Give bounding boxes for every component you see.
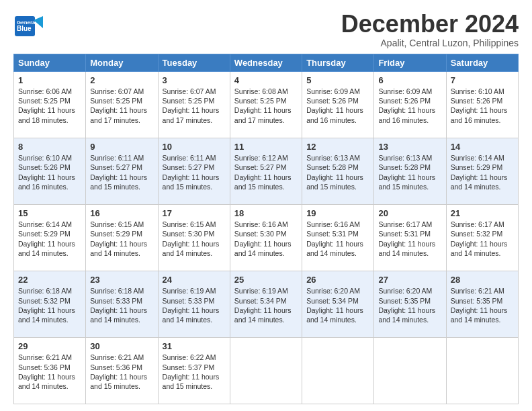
sunrise: Sunrise: 6:11 AM [90,154,144,162]
day-cell: 9Sunrise: 6:11 AMSunset: 5:27 PMDaylight… [86,138,158,204]
sunrise: Sunrise: 6:12 AM [234,154,288,162]
daylight: Daylight: 11 hours and 17 minutes. [163,106,220,124]
sunset: Sunset: 5:33 PM [163,297,215,305]
daylight: Daylight: 11 hours and 14 minutes. [451,306,508,324]
sunrise: Sunrise: 6:11 AM [163,154,216,162]
daylight: Daylight: 11 hours and 15 minutes. [90,373,147,390]
sunset: Sunset: 5:35 PM [378,297,431,305]
sunrise: Sunrise: 6:10 AM [451,87,504,95]
col-header-sunday: Sunday [14,54,86,71]
sunset: Sunset: 5:25 PM [18,97,71,105]
sunset: Sunset: 5:25 PM [234,97,287,105]
day-number: 1 [18,75,81,87]
day-number: 2 [90,75,153,87]
header: General Blue December 2024 Apalit, Centr… [13,11,519,48]
sunrise: Sunrise: 6:13 AM [306,154,360,162]
header-row: SundayMondayTuesdayWednesdayThursdayFrid… [14,54,519,71]
day-number: 5 [306,75,369,87]
sunset: Sunset: 5:32 PM [18,297,71,305]
day-number: 30 [90,340,153,353]
sunrise: Sunrise: 6:09 AM [378,87,432,95]
sunrise: Sunrise: 6:16 AM [234,220,288,228]
daylight: Daylight: 11 hours and 14 minutes. [451,173,508,191]
day-cell [446,337,518,404]
day-cell: 2Sunrise: 6:07 AMSunset: 5:25 PMDaylight… [86,71,158,138]
daylight: Daylight: 11 hours and 16 minutes. [18,173,75,191]
daylight: Daylight: 11 hours and 16 minutes. [306,106,363,124]
day-number: 9 [90,141,153,153]
month-title: December 2024 [341,11,519,38]
sunset: Sunset: 5:27 PM [90,163,142,171]
svg-text:Blue: Blue [17,25,32,32]
daylight: Daylight: 11 hours and 15 minutes. [163,173,220,191]
day-number: 25 [234,274,298,286]
day-cell: 24Sunrise: 6:19 AMSunset: 5:33 PMDayligh… [158,271,230,337]
sunset: Sunset: 5:33 PM [90,297,142,305]
logo: General Blue [13,11,60,44]
col-header-monday: Monday [86,54,158,71]
day-number: 19 [306,208,369,220]
week-row-1: 1Sunrise: 6:06 AMSunset: 5:25 PMDaylight… [14,71,519,138]
day-cell: 23Sunrise: 6:18 AMSunset: 5:33 PMDayligh… [86,271,158,337]
day-cell [230,337,302,404]
daylight: Daylight: 11 hours and 14 minutes. [18,373,75,390]
daylight: Daylight: 11 hours and 14 minutes. [163,306,220,324]
sunrise: Sunrise: 6:19 AM [163,287,216,295]
sunset: Sunset: 5:27 PM [234,163,287,171]
sunrise: Sunrise: 6:21 AM [451,287,504,295]
day-number: 8 [18,141,81,153]
sunset: Sunset: 5:28 PM [378,163,431,171]
day-cell: 8Sunrise: 6:10 AMSunset: 5:26 PMDaylight… [14,138,86,204]
sunset: Sunset: 5:32 PM [451,230,503,238]
daylight: Daylight: 11 hours and 14 minutes. [378,306,435,324]
daylight: Daylight: 11 hours and 15 minutes. [378,173,435,191]
sunrise: Sunrise: 6:21 AM [90,353,144,361]
title-area: December 2024 Apalit, Central Luzon, Phi… [341,11,519,48]
col-header-saturday: Saturday [446,54,518,71]
daylight: Daylight: 11 hours and 17 minutes. [90,106,147,124]
col-header-wednesday: Wednesday [230,54,302,71]
daylight: Daylight: 11 hours and 15 minutes. [163,373,220,390]
day-number: 4 [234,75,298,87]
day-number: 17 [163,208,226,220]
sunset: Sunset: 5:26 PM [451,97,503,105]
sunset: Sunset: 5:37 PM [163,363,215,371]
subtitle: Apalit, Central Luzon, Philippines [341,38,519,48]
daylight: Daylight: 11 hours and 16 minutes. [451,106,508,124]
day-cell: 21Sunrise: 6:17 AMSunset: 5:32 PMDayligh… [446,204,518,271]
day-cell: 17Sunrise: 6:15 AMSunset: 5:30 PMDayligh… [158,204,230,271]
day-number: 24 [163,274,226,286]
day-cell: 30Sunrise: 6:21 AMSunset: 5:36 PMDayligh… [86,337,158,404]
day-cell: 20Sunrise: 6:17 AMSunset: 5:31 PMDayligh… [374,204,446,271]
sunrise: Sunrise: 6:08 AM [234,87,288,95]
daylight: Daylight: 11 hours and 14 minutes. [234,240,292,257]
day-cell: 31Sunrise: 6:22 AMSunset: 5:37 PMDayligh… [158,337,230,404]
day-number: 10 [163,141,226,153]
sunrise: Sunrise: 6:18 AM [90,287,144,295]
daylight: Daylight: 11 hours and 15 minutes. [90,173,147,191]
day-number: 23 [90,274,153,286]
calendar-table: SundayMondayTuesdayWednesdayThursdayFrid… [13,54,519,404]
day-number: 14 [451,141,514,153]
sunset: Sunset: 5:31 PM [378,230,431,238]
sunrise: Sunrise: 6:15 AM [163,220,216,228]
day-cell: 12Sunrise: 6:13 AMSunset: 5:28 PMDayligh… [302,138,374,204]
sunset: Sunset: 5:34 PM [306,297,359,305]
daylight: Daylight: 11 hours and 14 minutes. [451,240,508,257]
day-cell: 22Sunrise: 6:18 AMSunset: 5:32 PMDayligh… [14,271,86,337]
day-number: 29 [18,340,81,353]
week-row-4: 22Sunrise: 6:18 AMSunset: 5:32 PMDayligh… [14,271,519,337]
day-cell: 11Sunrise: 6:12 AMSunset: 5:27 PMDayligh… [230,138,302,204]
sunset: Sunset: 5:36 PM [18,363,71,371]
daylight: Daylight: 11 hours and 14 minutes. [18,306,75,324]
day-cell: 4Sunrise: 6:08 AMSunset: 5:25 PMDaylight… [230,71,302,138]
sunset: Sunset: 5:30 PM [234,230,287,238]
daylight: Daylight: 11 hours and 14 minutes. [163,240,220,257]
daylight: Daylight: 11 hours and 14 minutes. [306,306,363,324]
day-number: 28 [451,274,514,286]
daylight: Daylight: 11 hours and 14 minutes. [306,240,363,257]
sunrise: Sunrise: 6:20 AM [378,287,432,295]
sunrise: Sunrise: 6:21 AM [18,353,72,361]
day-number: 22 [18,274,81,286]
week-row-2: 8Sunrise: 6:10 AMSunset: 5:26 PMDaylight… [14,138,519,204]
